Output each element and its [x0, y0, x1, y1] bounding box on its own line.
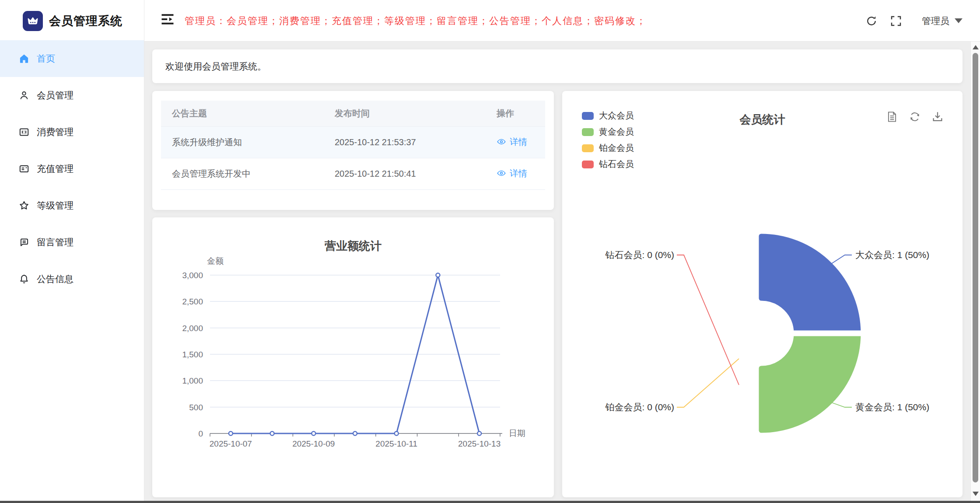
pie-slice-mass[interactable]	[761, 236, 858, 333]
sidebar-item-label: 公告信息	[37, 273, 74, 285]
pie-slice-label: 铂金会员: 0 (0%)	[605, 402, 674, 412]
y-axis-name: 金额	[207, 256, 224, 265]
sidebar-item-consume[interactable]: 消费管理	[0, 114, 144, 150]
revenue-chart-card: 营业额统计 金额 日期 05001,0001,5002,0002,5003,00…	[152, 217, 554, 497]
vertical-scrollbar[interactable]	[970, 42, 980, 503]
y-tick-label: 500	[189, 403, 203, 412]
y-tick-label: 1,000	[182, 376, 203, 385]
sidebar-item-level[interactable]: 等级管理	[0, 187, 144, 224]
y-tick-label: 0	[198, 429, 203, 438]
crown-icon	[23, 11, 43, 31]
data-point[interactable]	[353, 432, 357, 436]
sidebar-fold-icon[interactable]	[160, 11, 177, 29]
sidebar: 会员管理系统 首页会员管理消费管理充值管理等级管理留言管理公告信息	[0, 0, 144, 503]
bell-icon	[18, 273, 30, 285]
column-header: 公告主题	[172, 108, 207, 119]
detail-link[interactable]: 详情	[497, 136, 527, 148]
home-icon	[18, 53, 30, 64]
detail-link[interactable]: 详情	[497, 168, 527, 179]
revenue-line-chart[interactable]: 金额 日期 05001,0001,5002,0002,5003,0002025-…	[152, 217, 554, 497]
username: 管理员	[922, 15, 949, 27]
sidebar-item-label: 会员管理	[37, 89, 74, 101]
data-point[interactable]	[436, 273, 440, 277]
data-point[interactable]	[270, 432, 274, 436]
welcome-text: 欢迎使用会员管理系统。	[165, 60, 266, 73]
y-tick-label: 2,000	[182, 324, 203, 333]
announcements-card: 公告主题发布时间操作 系统升级维护通知2025-10-12 21:53:37详情…	[152, 91, 554, 210]
window-bottom-edge	[0, 501, 980, 503]
refresh-icon[interactable]	[865, 14, 878, 28]
detail-link-label: 详情	[510, 168, 527, 179]
pie-slice-label: 黄金会员: 1 (50%)	[855, 402, 929, 412]
announcements-table: 公告主题发布时间操作 系统升级维护通知2025-10-12 21:53:37详情…	[161, 101, 545, 190]
table-row: 系统升级维护通知2025-10-12 21:53:37详情	[161, 127, 545, 158]
sidebar-item-home[interactable]: 首页	[0, 40, 144, 77]
admin-permissions-text: 管理员：会员管理；消费管理；充值管理；等级管理；留言管理；公告管理；个人信息；密…	[185, 0, 647, 42]
pie-label-line	[830, 255, 852, 265]
sidebar-item-label: 留言管理	[37, 236, 74, 248]
sidebar-item-members[interactable]: 会员管理	[0, 77, 144, 114]
x-axis-name: 日期	[509, 429, 525, 438]
column-header: 操作	[497, 108, 514, 119]
chat-icon	[18, 237, 30, 248]
y-tick-label: 2,500	[182, 297, 203, 306]
user-icon	[18, 90, 30, 101]
x-tick-label: 2025-10-13	[458, 439, 500, 448]
announcement-time: 2025-10-12 21:50:41	[335, 169, 416, 179]
scroll-up-arrow-icon[interactable]	[973, 45, 979, 49]
sidebar-menu: 首页会员管理消费管理充值管理等级管理留言管理公告信息	[0, 40, 144, 297]
chevron-down-icon	[955, 18, 962, 23]
scroll-down-arrow-icon[interactable]	[973, 492, 979, 496]
y-tick-label: 3,000	[182, 271, 203, 280]
announcement-title: 系统升级维护通知	[172, 136, 242, 148]
pie-label-line	[677, 255, 739, 385]
table-header-row: 公告主题发布时间操作	[161, 101, 545, 127]
table-body: 系统升级维护通知2025-10-12 21:53:37详情会员管理系统开发中20…	[161, 127, 545, 190]
sidebar-item-label: 消费管理	[37, 126, 74, 138]
announcement-title: 会员管理系统开发中	[172, 168, 251, 180]
announcement-time: 2025-10-12 21:53:37	[335, 137, 416, 147]
data-point[interactable]	[477, 432, 481, 436]
welcome-banner: 欢迎使用会员管理系统。	[152, 49, 962, 83]
pie-slice-label: 钻石会员: 0 (0%)	[605, 250, 674, 260]
sidebar-item-label: 充值管理	[37, 163, 74, 175]
view-eye-icon	[497, 137, 506, 147]
member-pie-chart[interactable]: 大众会员: 1 (50%)黄金会员: 1 (50%)铂金会员: 0 (0%)钻石…	[562, 91, 962, 497]
member-stats-card: 会员统计 大众会员黄金会员铂金会员钻石会员 大众会员: 1	[562, 91, 962, 497]
x-tick-label: 2025-10-07	[210, 439, 252, 448]
table-row: 会员管理系统开发中2025-10-12 21:50:41详情	[161, 158, 545, 190]
detail-link-label: 详情	[510, 136, 527, 148]
app-logo: 会员管理系统	[0, 0, 144, 42]
view-eye-icon	[497, 168, 506, 178]
sidebar-item-label: 等级管理	[37, 199, 74, 212]
data-point[interactable]	[312, 432, 315, 436]
pie-slice-gold[interactable]	[761, 333, 858, 430]
scrollbar-thumb[interactable]	[973, 53, 978, 482]
sidebar-item-label: 首页	[37, 52, 55, 65]
pie-label-line	[830, 402, 852, 407]
star-icon	[18, 200, 30, 211]
card-icon	[18, 126, 30, 138]
sidebar-item-recharge[interactable]: 充值管理	[0, 150, 144, 187]
fullscreen-icon[interactable]	[889, 14, 903, 28]
data-point[interactable]	[395, 432, 399, 436]
sidebar-item-message[interactable]: 留言管理	[0, 224, 144, 261]
postcard-icon	[18, 163, 30, 175]
top-header: 管理员：会员管理；消费管理；充值管理；等级管理；留言管理；公告管理；个人信息；密…	[144, 0, 980, 42]
app-title: 会员管理系统	[49, 13, 122, 29]
pie-label-line	[677, 359, 739, 407]
sidebar-item-notice[interactable]: 公告信息	[0, 261, 144, 297]
y-tick-label: 1,500	[182, 350, 203, 359]
user-menu[interactable]: 管理员	[922, 15, 962, 27]
pie-slice-label: 大众会员: 1 (50%)	[855, 250, 929, 260]
data-point[interactable]	[229, 432, 233, 436]
x-tick-label: 2025-10-09	[292, 439, 335, 448]
x-tick-label: 2025-10-11	[375, 439, 417, 448]
column-header: 发布时间	[335, 108, 370, 119]
